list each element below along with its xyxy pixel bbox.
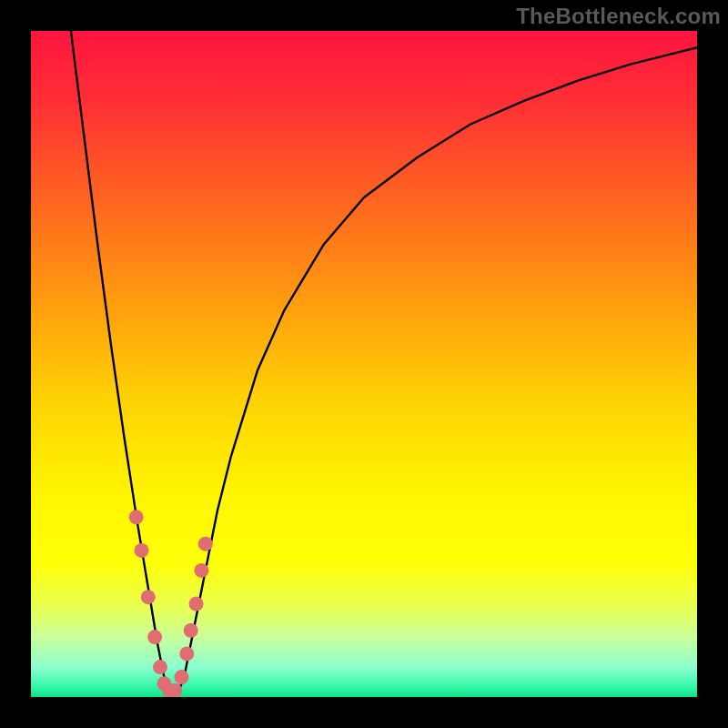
marker-point [167, 683, 182, 697]
chart-svg [31, 31, 697, 697]
marker-point [174, 670, 188, 684]
marker-point [141, 590, 156, 604]
marker-point [147, 630, 162, 644]
marker-point [129, 510, 144, 524]
watermark-text: TheBottleneck.com [516, 4, 721, 29]
plot-area [31, 31, 697, 697]
marker-point [135, 543, 149, 558]
marker-point [179, 646, 194, 661]
marker-point [153, 660, 167, 674]
marker-point [194, 563, 208, 578]
gradient-background [31, 31, 697, 697]
marker-point [189, 597, 204, 612]
marker-point [198, 537, 213, 551]
marker-point [184, 623, 198, 638]
outer-black-frame: TheBottleneck.com [0, 0, 728, 728]
